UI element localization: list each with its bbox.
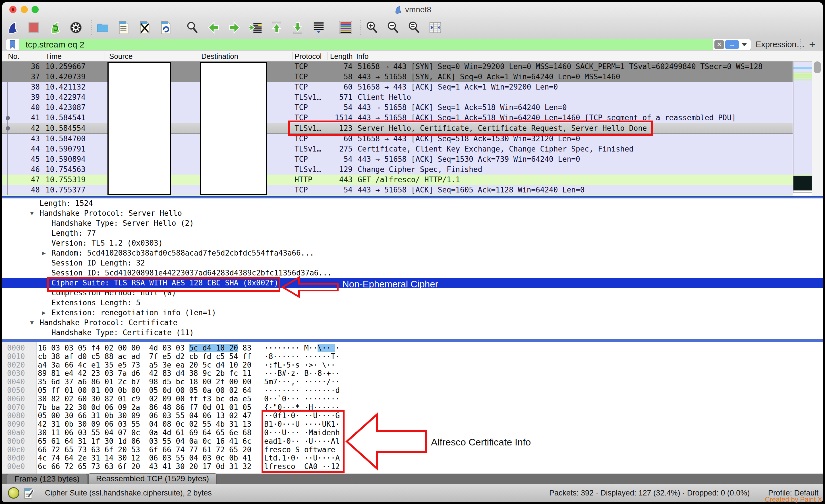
column-separator[interactable] xyxy=(104,52,105,60)
column-separator[interactable] xyxy=(198,52,198,60)
packet-time: 10.422974 xyxy=(46,92,86,102)
detail-row-13[interactable]: Handshake Type: Certificate (11) xyxy=(2,328,823,338)
detail-row-6[interactable]: Session ID Length: 32 xyxy=(2,258,823,268)
detail-text: Extension: renegotiation_info (len=1) xyxy=(52,308,216,318)
close-file-button[interactable] xyxy=(138,21,151,34)
packet-list-header[interactable]: No.TimeSourceDestinationProtocolLengthIn… xyxy=(2,51,823,62)
expert-info-button[interactable] xyxy=(8,487,19,499)
go-forward-button[interactable] xyxy=(228,21,241,34)
expander-closed-icon[interactable]: ▶ xyxy=(42,248,46,258)
detail-row-2[interactable]: Handshake Type: Server Hello (2) xyxy=(2,218,823,228)
detail-row-4[interactable]: Version: TLS 1.2 (0x0303) xyxy=(2,238,823,248)
detail-row-11[interactable]: ▶Extension: renegotiation_info (len=1) xyxy=(2,308,823,318)
hex-row-0080[interactable]: 008005 00 30 66 31 0b 30 09 06 03 55 04 … xyxy=(2,412,823,420)
restart-capture-icon xyxy=(48,21,61,34)
column-header-protocol[interactable]: Protocol xyxy=(295,51,321,61)
detail-row-3[interactable]: Length: 77 xyxy=(2,228,823,238)
filter-clear-button[interactable]: ✕ xyxy=(715,41,724,49)
capture-options-button[interactable] xyxy=(69,21,82,34)
detail-row-1[interactable]: ▼Handshake Protocol: Server Hello xyxy=(2,208,823,218)
minimap-segment xyxy=(794,62,812,67)
zoom-out-icon xyxy=(387,21,400,34)
expander-closed-icon[interactable]: ▶ xyxy=(42,308,46,318)
go-to-packet-button[interactable] xyxy=(249,21,262,34)
go-bottom-button[interactable] xyxy=(291,21,304,34)
hex-row-00a0[interactable]: 00a030 11 06 03 55 04 07 0c 0a 4d 61 69 … xyxy=(2,429,823,437)
hex-row-0030[interactable]: 003089 81 e4 42 23 03 7a d6 42 83 d4 38 … xyxy=(2,369,823,378)
hex-row-0020[interactable]: 0020a4 3a 66 4c e1 35 e5 73 a5 3e ea 20 … xyxy=(2,361,823,369)
packet-list-scrollbar[interactable] xyxy=(812,61,823,196)
hex-row-0050[interactable]: 005005 ff 01 00 01 00 0b 00 05 0d 00 05 … xyxy=(2,386,823,395)
reload-file-button[interactable] xyxy=(159,21,172,34)
detail-row-5[interactable]: ▶Random: 5cd4102083cb38afd0c588acad7fe5d… xyxy=(2,248,823,258)
detail-row-8[interactable]: Cipher Suite: TLS_RSA_WITH_AES_128_CBC_S… xyxy=(2,278,823,288)
packet-protocol: TCP xyxy=(295,72,308,82)
open-file-button[interactable] xyxy=(96,21,109,34)
wireshark-fin-button[interactable] xyxy=(6,21,19,34)
hex-row-00e0[interactable]: 00e06c 66 72 65 73 63 6f 20 43 41 30 20 … xyxy=(2,462,823,471)
packet-info: GET /alfresco/ HTTP/1.1 xyxy=(358,174,460,185)
packet-bytes-pane[interactable]: 000016 03 03 05 f4 02 00 00 4d 03 03 5c … xyxy=(2,342,823,474)
zoom-out-button[interactable] xyxy=(387,21,400,34)
detail-text: Cipher Suite: TLS_RSA_WITH_AES_128_CBC_S… xyxy=(52,278,278,288)
title-bar[interactable]: vmnet8 xyxy=(2,2,823,17)
column-separator[interactable] xyxy=(292,52,293,60)
hex-row-0000[interactable]: 000016 03 03 05 f4 02 00 00 4d 03 03 5c … xyxy=(2,344,823,353)
restart-capture-button[interactable] xyxy=(48,21,61,34)
zoom-reset-button[interactable] xyxy=(408,21,421,34)
intelligent-scrollbar-minimap[interactable] xyxy=(793,62,812,193)
expander-open-icon[interactable]: ▼ xyxy=(30,318,34,328)
bytes-tab-0[interactable]: Frame (123 bytes) xyxy=(7,474,87,484)
find-packet-button[interactable] xyxy=(186,21,199,34)
pane-divider[interactable] xyxy=(2,196,823,198)
save-file-button[interactable] xyxy=(117,21,130,34)
column-header-destination[interactable]: Destination xyxy=(201,51,238,61)
detail-row-9[interactable]: Compression Method: null (0) xyxy=(2,288,823,298)
zoom-in-button[interactable] xyxy=(366,21,379,34)
column-separator[interactable] xyxy=(41,52,41,60)
expression-button[interactable]: Expression… xyxy=(756,38,805,51)
packet-length: 129 xyxy=(316,164,353,174)
go-back-button[interactable] xyxy=(207,21,220,34)
hex-row-00d0[interactable]: 00d04c 74 64 2e 31 14 30 12 06 03 55 04 … xyxy=(2,454,823,462)
expander-open-icon[interactable]: ▼ xyxy=(30,208,34,218)
hex-row-0040[interactable]: 004035 6d 37 a6 86 01 2c b7 98 d5 bc 18 … xyxy=(2,378,823,386)
go-top-button[interactable] xyxy=(270,21,283,34)
colorize-button[interactable] xyxy=(339,21,352,34)
resize-columns-button[interactable] xyxy=(429,21,442,34)
column-separator[interactable] xyxy=(354,52,354,60)
detail-row-10[interactable]: Extensions Length: 5 xyxy=(2,298,823,308)
auto-scroll-button[interactable] xyxy=(312,21,325,34)
hex-row-00b0[interactable]: 00b065 61 64 31 1f 30 1d 06 03 55 04 0a … xyxy=(2,437,823,446)
packet-no: 41 xyxy=(8,113,40,123)
bytes-tab-1[interactable]: Reassembled TCP (1529 bytes) xyxy=(88,473,217,484)
hex-row-00c0[interactable]: 00c066 72 65 73 63 6f 20 53 6f 66 74 77 … xyxy=(2,446,823,454)
display-filter-input[interactable]: tcp.stream eq 2 xyxy=(19,39,713,50)
add-filter-button[interactable]: + xyxy=(807,38,817,51)
filter-history-caret-icon[interactable] xyxy=(742,43,747,46)
column-separator[interactable] xyxy=(327,52,328,60)
hex-row-0010[interactable]: 0010cb 38 af d0 c5 88 ac ad 7f e5 d2 cb … xyxy=(2,353,823,361)
filter-bookmark-icon[interactable] xyxy=(6,39,19,50)
hex-row-0090[interactable]: 009042 31 0b 30 09 06 03 55 04 08 0c 02 … xyxy=(2,420,823,429)
column-header-no[interactable]: No. xyxy=(8,51,19,61)
hex-row-0060[interactable]: 006030 82 02 60 30 82 01 c9 02 09 00 ff … xyxy=(2,395,823,404)
capture-comment-icon[interactable] xyxy=(24,488,34,500)
pane-divider[interactable] xyxy=(2,340,823,342)
filter-apply-button[interactable]: → xyxy=(725,41,739,49)
detail-row-7[interactable]: Session ID: 5cd410208981e44223037ad64283… xyxy=(2,268,823,278)
hex-row-0070[interactable]: 00707b ba 22 30 0d 06 09 2a 86 48 86 f7 … xyxy=(2,404,823,412)
wireshark-app-icon xyxy=(394,5,402,14)
detail-row-12[interactable]: ▼Handshake Protocol: Certificate xyxy=(2,318,823,328)
packet-time: 10.421132 xyxy=(46,82,86,92)
packet-details-pane[interactable]: Length: 1524▼Handshake Protocol: Server … xyxy=(2,198,823,340)
column-header-length[interactable]: Length xyxy=(330,51,353,61)
filter-separator xyxy=(800,39,801,50)
column-header-time[interactable]: Time xyxy=(46,51,62,61)
column-header-source[interactable]: Source xyxy=(109,51,133,61)
column-header-info[interactable]: Info xyxy=(356,51,368,61)
packet-no: 36 xyxy=(8,61,40,72)
scrollbar-thumb[interactable] xyxy=(814,61,821,73)
detail-row-0[interactable]: Length: 1524 xyxy=(2,198,823,208)
stop-capture-button[interactable] xyxy=(27,21,41,34)
